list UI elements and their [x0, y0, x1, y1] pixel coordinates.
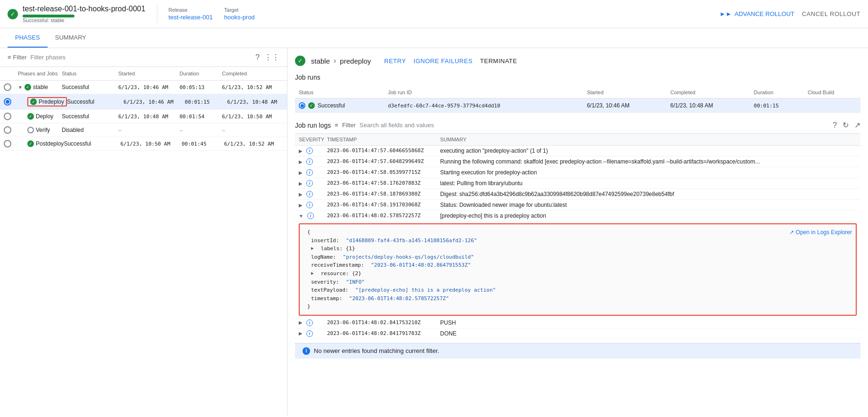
job-runs-title: Job runs [295, 74, 860, 81]
log-timestamp-7: 2023-06-01T14:48:02.841753210Z [327, 319, 440, 326]
table-row[interactable]: Verify Disabled — — — [0, 123, 287, 137]
jr-completed: 6/1/23, 10:48 AM [666, 98, 750, 113]
release-name: test-release-001-to-hooks-prod-0001 [23, 5, 146, 13]
log-row[interactable]: ▶ i 2023-06-01T14:47:58.187869380Z Diges… [295, 189, 860, 200]
log-expand-icon[interactable]: ▶ [299, 192, 303, 197]
col-completed-th: Completed [666, 87, 750, 98]
log-expand-icon[interactable]: ▼ [299, 213, 303, 219]
target-label: Target [224, 7, 255, 13]
log-expand-icon[interactable]: ▶ [299, 159, 303, 164]
log-expand-icon[interactable]: ▶ [299, 320, 303, 325]
log-row[interactable]: ▶ i 2023-06-01T14:47:58.053997715Z Start… [295, 167, 860, 178]
log-row[interactable]: ▶ i 2023-06-01T14:47:58.176207883Z lates… [295, 178, 860, 189]
log-timestamp-6: 2023-06-01T14:48:02.578572257Z [327, 213, 440, 219]
log-expand-icon[interactable]: ▶ [299, 203, 303, 208]
log-row[interactable]: ▶ i 2023-06-01T14:48:02.841753210Z PUSH [295, 318, 860, 328]
log-summary-2: Starting execution for predeploy-action [440, 169, 857, 176]
open-logs-explorer-link[interactable]: ↗ Open in Logs Explorer [789, 228, 852, 237]
started-stable: 6/1/23, 10:46 AM [118, 84, 180, 90]
left-panel: ≡ Filter ? ⋮⋮ Phases and Jobs Status Sta… [0, 48, 287, 416]
completed-deploy: 6/1/23, 10:50 AM [222, 114, 283, 120]
jr-cloudbuild [804, 98, 860, 113]
columns-icon[interactable]: ⋮⋮ [264, 53, 279, 62]
radio-verify [4, 126, 18, 134]
log-refresh-icon[interactable]: ↻ [843, 121, 849, 130]
started-predeploy: 6/1/23, 10:46 AM [123, 99, 185, 105]
job-run-row[interactable]: ✓ Successful d3efedfc-60c7-44ce-9579-377… [295, 98, 860, 113]
job-label-postdeploy: Postdeploy [36, 140, 64, 147]
job-name-verify: Verify [27, 127, 62, 133]
completed-stable: 6/1/23, 10:52 AM [222, 84, 283, 90]
log-detail-block: ↗ Open in Logs Explorer { insertId: "d14… [299, 223, 857, 316]
log-info-icon: i [306, 180, 313, 187]
log-summary-5: Status: Downloaded newer image for ubunt… [440, 202, 857, 208]
log-detail-brace-open: { [303, 228, 852, 237]
log-info-icon: i [306, 158, 313, 165]
log-timestamp-8: 2023-06-01T14:48:02.841791783Z [327, 330, 440, 336]
log-expand-icon[interactable]: ▶ [299, 331, 303, 336]
terminate-button[interactable]: TERMINATE [480, 57, 517, 65]
col-radio-header [4, 71, 18, 76]
col-status-header: Status [62, 71, 118, 76]
col-phases-header: Phases and Jobs [18, 71, 62, 76]
log-summary-7: PUSH [440, 319, 857, 326]
tab-phases[interactable]: PHASES [8, 28, 48, 48]
log-row[interactable]: ▶ i 2023-06-01T14:47:57.6046655868Z exec… [295, 146, 860, 156]
col-started-header: Started [118, 71, 180, 76]
log-severity-2: ▶ i [299, 169, 327, 176]
log-summary-0: executing action "predeploy-action" (1 o… [440, 147, 857, 154]
help-icon[interactable]: ? [255, 53, 260, 62]
duration-postdeploy: 00:01:45 [181, 141, 224, 147]
table-row[interactable]: ✓ Deploy Successful 6/1/23, 10:48 AM 00:… [0, 110, 287, 123]
duration-verify: — [180, 127, 222, 133]
log-info-icon: i [306, 147, 313, 154]
log-col-timestamp: TIMESTAMP [327, 137, 440, 142]
table-row[interactable]: ✓ Postdeploy Successful 6/1/23, 10:50 AM… [0, 137, 287, 151]
log-severity-7: ▶ i [299, 319, 327, 326]
log-external-icon[interactable]: ↗ [854, 121, 860, 130]
retry-button[interactable]: RETRY [384, 57, 406, 65]
ignore-failures-button[interactable]: IGNORE FAILURES [414, 57, 473, 65]
log-row[interactable]: ▶ i 2023-06-01T14:47:57.6048299649Z Runn… [295, 156, 860, 167]
col-completed-header: Completed [222, 71, 283, 76]
job-name-postdeploy: ✓ Postdeploy [27, 140, 64, 147]
release-link[interactable]: test-release-001 [169, 14, 213, 21]
log-info-icon: i [306, 191, 313, 197]
table-row[interactable]: ▼ ✓ stable Successful 6/1/23, 10:46 AM 0… [0, 81, 287, 94]
log-detail-insertid: insertId: "d1468809-faf4-43fb-a145-14108… [303, 237, 852, 245]
right-panel: ✓ stable › predeploy RETRY IGNORE FAILUR… [287, 48, 868, 416]
log-info-icon: i [306, 202, 313, 208]
log-detail-logname: logName: "projects/deploy-hooks-qs/logs/… [303, 253, 852, 262]
header-actions: ►► ADVANCE ROLLOUT CANCEL ROLLOUT [720, 10, 860, 17]
jr-id: d3efedfc-60c7-44ce-9579-37794cd4dd10 [384, 98, 583, 113]
table-row[interactable]: ✓ Predeploy Successful 6/1/23, 10:46 AM … [0, 94, 287, 110]
completed-postdeploy: 6/1/23, 10:52 AM [224, 141, 285, 147]
col-status-th: Status [295, 87, 384, 98]
log-info-icon: i [306, 169, 313, 176]
log-row-expanded[interactable]: ▼ i 2023-06-01T14:48:02.578572257Z [pred… [295, 211, 860, 221]
log-timestamp-5: 2023-06-01T14:47:58.191703068Z [327, 202, 440, 208]
log-expand-icon[interactable]: ▶ [299, 170, 303, 175]
status-verify: Disabled [62, 127, 118, 133]
no-entries-bar: i No newer entries found matching curren… [295, 343, 860, 359]
log-help-icon[interactable]: ? [833, 121, 837, 130]
advance-label: ADVANCE ROLLOUT [735, 10, 794, 17]
advance-rollout-button[interactable]: ►► ADVANCE ROLLOUT [720, 10, 794, 17]
log-row[interactable]: ▶ i 2023-06-01T14:47:58.191703068Z Statu… [295, 200, 860, 211]
log-expand-icon[interactable]: ▶ [299, 181, 303, 186]
target-link[interactable]: hooks-prod [224, 14, 255, 21]
tab-summary[interactable]: SUMMARY [48, 28, 94, 48]
job-label-deploy: Deploy [36, 113, 53, 120]
cancel-rollout-button[interactable]: CANCEL ROLLOUT [802, 10, 860, 17]
filter-input[interactable] [30, 54, 252, 61]
right-header: ✓ stable › predeploy RETRY IGNORE FAILUR… [295, 56, 860, 66]
target-meta: Target hooks-prod [224, 7, 255, 21]
right-actions: RETRY IGNORE FAILURES TERMINATE [384, 57, 517, 65]
log-expand-icon[interactable]: ▶ [299, 148, 303, 154]
log-row[interactable]: ▶ i 2023-06-01T14:48:02.841791783Z DONE [295, 328, 860, 339]
right-success-icon: ✓ [295, 56, 305, 66]
log-filter-input[interactable] [360, 122, 829, 129]
log-col-severity: SEVERITY [299, 137, 327, 142]
main-content: ≡ Filter ? ⋮⋮ Phases and Jobs Status Sta… [0, 48, 868, 416]
status-stable: Successful [62, 84, 118, 90]
